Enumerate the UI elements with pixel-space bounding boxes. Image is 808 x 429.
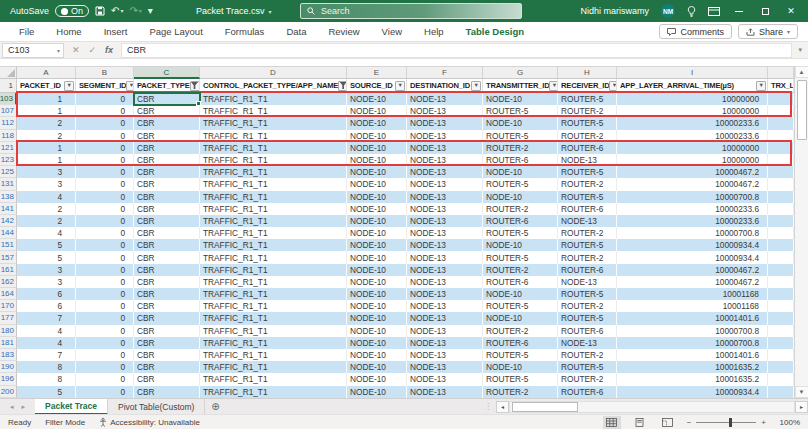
undo-button[interactable]: ↶▾ bbox=[111, 6, 123, 16]
cell-A107[interactable]: 1 bbox=[17, 105, 76, 117]
restore-button[interactable] bbox=[758, 0, 772, 22]
cell-D181[interactable]: TRAFFIC_R1_T1 bbox=[200, 337, 347, 349]
cell-J141[interactable] bbox=[768, 203, 794, 215]
search-input[interactable]: Search bbox=[300, 3, 522, 19]
cell-I125[interactable]: 10000467.2 bbox=[617, 166, 768, 178]
header-cell-TRX_LAYI[interactable]: TRX_LAYI bbox=[768, 79, 794, 93]
cell-C151[interactable]: CBR bbox=[134, 239, 200, 251]
cell-J138[interactable] bbox=[768, 191, 794, 203]
row-number-131[interactable]: 131 bbox=[0, 178, 17, 190]
ribbon-tab-file[interactable]: File bbox=[8, 22, 45, 42]
cell-G138[interactable]: NODE-10 bbox=[483, 191, 558, 203]
cell-E142[interactable]: NODE-10 bbox=[347, 215, 407, 227]
cell-J142[interactable] bbox=[768, 215, 794, 227]
cell-F196[interactable]: NODE-13 bbox=[407, 373, 483, 385]
ribbon-tab-home[interactable]: Home bbox=[45, 22, 92, 42]
filter-button-CONTROL_PACKET_TYPE-APP_NAME[interactable] bbox=[338, 81, 347, 91]
cell-D157[interactable]: TRAFFIC_R1_T1 bbox=[200, 251, 347, 263]
cell-F121[interactable]: NODE-13 bbox=[407, 142, 483, 154]
customize-qat-icon[interactable]: ▾ bbox=[148, 6, 153, 16]
cell-C142[interactable]: CBR bbox=[134, 215, 200, 227]
cell-E103[interactable]: NODE-10 bbox=[347, 93, 407, 105]
cell-B164[interactable]: 0 bbox=[76, 288, 134, 300]
cell-D183[interactable]: TRAFFIC_R1_T1 bbox=[200, 349, 347, 361]
document-title[interactable]: Packet Trace.csv ▾ bbox=[196, 0, 272, 22]
name-box-dropdown-icon[interactable]: ▾ bbox=[57, 47, 63, 54]
header-cell-APP_LAYER_ARRIVAL_TIME-S-[interactable]: APP_LAYER_ARRIVAL_TIME(µS)▼ bbox=[617, 79, 768, 93]
cell-F161[interactable]: NODE-13 bbox=[407, 264, 483, 276]
cell-G162[interactable]: ROUTER-6 bbox=[483, 276, 558, 288]
cell-A170[interactable]: 6 bbox=[17, 300, 76, 312]
cell-I180[interactable]: 10000700.8 bbox=[617, 325, 768, 337]
cell-H180[interactable]: ROUTER-6 bbox=[558, 325, 617, 337]
cell-F157[interactable]: NODE-13 bbox=[407, 251, 483, 263]
cell-J125[interactable] bbox=[768, 166, 794, 178]
sheet-nav-right-icon[interactable]: ▸ bbox=[22, 403, 26, 411]
cell-C121[interactable]: CBR bbox=[134, 142, 200, 154]
cell-J180[interactable] bbox=[768, 325, 794, 337]
cell-G107[interactable]: ROUTER-5 bbox=[483, 105, 558, 117]
column-header-C[interactable]: C bbox=[134, 66, 200, 79]
cell-D125[interactable]: TRAFFIC_R1_T1 bbox=[200, 166, 347, 178]
cell-E144[interactable]: NODE-10 bbox=[347, 227, 407, 239]
cell-H131[interactable]: ROUTER-2 bbox=[558, 178, 617, 190]
cell-G161[interactable]: ROUTER-2 bbox=[483, 264, 558, 276]
cell-H112[interactable]: ROUTER-5 bbox=[558, 117, 617, 129]
cell-H144[interactable]: ROUTER-2 bbox=[558, 227, 617, 239]
cell-A141[interactable]: 2 bbox=[17, 203, 76, 215]
row-number-125[interactable]: 125 bbox=[0, 166, 17, 178]
row-number-112[interactable]: 112 bbox=[0, 117, 17, 129]
cell-J164[interactable] bbox=[768, 288, 794, 300]
cell-C190[interactable]: CBR bbox=[134, 361, 200, 373]
cell-J103[interactable] bbox=[768, 93, 794, 105]
ribbon-tab-insert[interactable]: Insert bbox=[93, 22, 139, 42]
header-cell-PACKET_ID[interactable]: PACKET_ID▼ bbox=[17, 79, 76, 93]
redo-button[interactable]: ↷▾ bbox=[129, 6, 141, 16]
formula-bar-expand-icon[interactable]: ▾ bbox=[792, 46, 808, 54]
cell-B118[interactable]: 0 bbox=[76, 130, 134, 142]
cell-E112[interactable]: NODE-10 bbox=[347, 117, 407, 129]
cell-I107[interactable]: 10000000 bbox=[617, 105, 768, 117]
cell-H196[interactable]: ROUTER-2 bbox=[558, 373, 617, 385]
cell-B125[interactable]: 0 bbox=[76, 166, 134, 178]
cell-H170[interactable]: ROUTER-2 bbox=[558, 300, 617, 312]
filter-button-SOURCE_ID[interactable]: ▼ bbox=[395, 81, 405, 91]
cell-J177[interactable] bbox=[768, 312, 794, 324]
cell-E200[interactable]: NODE-10 bbox=[347, 386, 407, 398]
cell-I190[interactable]: 10001635.2 bbox=[617, 361, 768, 373]
cell-C144[interactable]: CBR bbox=[134, 227, 200, 239]
cell-J151[interactable] bbox=[768, 239, 794, 251]
cell-A118[interactable]: 2 bbox=[17, 130, 76, 142]
cell-B183[interactable]: 0 bbox=[76, 349, 134, 361]
vertical-scrollbar-thumb[interactable] bbox=[797, 80, 807, 140]
cell-G190[interactable]: NODE-10 bbox=[483, 361, 558, 373]
cell-E181[interactable]: NODE-10 bbox=[347, 337, 407, 349]
cell-H162[interactable]: NODE-13 bbox=[558, 276, 617, 288]
cell-B196[interactable]: 0 bbox=[76, 373, 134, 385]
cell-J190[interactable] bbox=[768, 361, 794, 373]
cell-H164[interactable]: ROUTER-5 bbox=[558, 288, 617, 300]
zoom-slider[interactable] bbox=[696, 422, 756, 423]
ribbon-display-options-icon[interactable] bbox=[708, 7, 720, 16]
zoom-out-icon[interactable]: − bbox=[687, 418, 692, 427]
cell-F181[interactable]: NODE-13 bbox=[407, 337, 483, 349]
cancel-icon[interactable]: ✕ bbox=[72, 45, 80, 55]
cell-A123[interactable]: 1 bbox=[17, 154, 76, 166]
lightbulb-icon[interactable] bbox=[687, 6, 696, 17]
cell-C196[interactable]: CBR bbox=[134, 373, 200, 385]
cell-I121[interactable]: 10000000 bbox=[617, 142, 768, 154]
cell-B170[interactable]: 0 bbox=[76, 300, 134, 312]
avatar[interactable]: NM bbox=[661, 4, 675, 18]
cell-F142[interactable]: NODE-13 bbox=[407, 215, 483, 227]
cell-F112[interactable]: NODE-13 bbox=[407, 117, 483, 129]
cell-E131[interactable]: NODE-10 bbox=[347, 178, 407, 190]
cell-J112[interactable] bbox=[768, 117, 794, 129]
cell-C200[interactable]: CBR bbox=[134, 386, 200, 398]
cell-G144[interactable]: ROUTER-5 bbox=[483, 227, 558, 239]
cell-H157[interactable]: ROUTER-2 bbox=[558, 251, 617, 263]
row-number-164[interactable]: 164 bbox=[0, 288, 17, 300]
cell-C141[interactable]: CBR bbox=[134, 203, 200, 215]
cell-G141[interactable]: ROUTER-2 bbox=[483, 203, 558, 215]
cell-D164[interactable]: TRAFFIC_R1_T1 bbox=[200, 288, 347, 300]
cell-C164[interactable]: CBR bbox=[134, 288, 200, 300]
